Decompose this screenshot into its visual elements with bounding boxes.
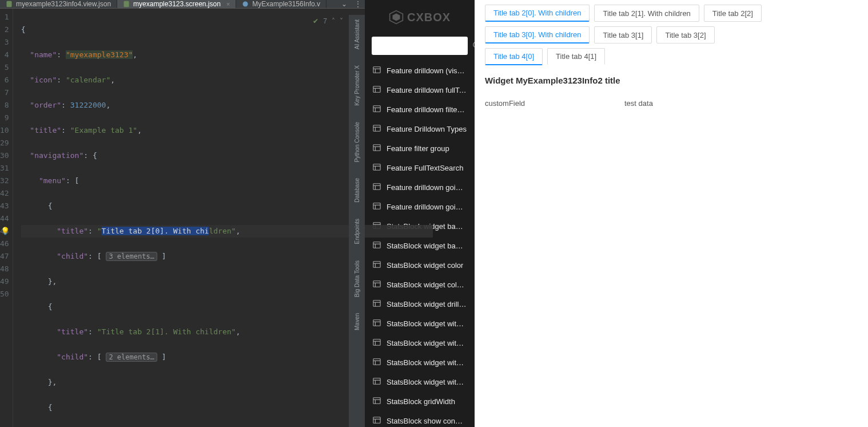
tab-level4-0[interactable]: Title tab 4[0] [485, 48, 543, 65]
editor-gutter: 1 2 3 4 5 6 7 8 9 10 29 30 31 32 42 43 4… [0, 9, 13, 427]
tab-label: Title tab 2[1]. With children [603, 9, 690, 18]
rail-maven[interactable]: Maven [354, 313, 360, 330]
editor-tab-label: myexample3123info4.view.json [16, 0, 111, 8]
tab-level3-1[interactable]: Title tab 3[1] [594, 26, 652, 44]
rail-ai-assistant[interactable]: AI Assistant [354, 19, 360, 49]
editor-tab-2[interactable]: MyExample3156Info.v [236, 0, 327, 8]
tab-label: Title tab 4[0] [493, 52, 534, 61]
tab-label: Title tab 3[1] [603, 31, 643, 39]
rail-endpoints[interactable]: Endpoints [354, 219, 360, 244]
tab-level2-2[interactable]: Title tab 2[2] [704, 5, 762, 22]
tab-level3-0[interactable]: Title tab 3[0]. With children [485, 26, 590, 44]
tabs-more-icon[interactable]: ⋮ [351, 0, 365, 8]
tab-level2-0[interactable]: Title tab 2[0]. With children [485, 5, 590, 22]
info-field-row: customField test data [485, 99, 858, 108]
tab-level4-1[interactable]: Title tab 4[1] [547, 48, 605, 65]
rail-database[interactable]: Database [354, 178, 360, 203]
bulb-icon[interactable]: 💡 [1, 225, 9, 238]
tabs-dropdown-icon[interactable]: ⌄ [337, 0, 351, 8]
editor-tab-1[interactable]: myexample3123.screen.json × [117, 0, 236, 8]
rail-key-promoter[interactable]: Key Promoter X [354, 65, 360, 106]
json-file-icon [6, 1, 13, 7]
code-body[interactable]: { "name": "myexample3123", "icon": "cale… [13, 9, 433, 427]
widget-title: Widget MyExample3123Info2 title [485, 76, 858, 85]
app-main: Title tab 2[0]. With childrenTitle tab 2… [475, 0, 868, 427]
tab-level3-2[interactable]: Title tab 3[2] [656, 26, 714, 44]
editor-tab-0[interactable]: myexample3123info4.view.json [0, 0, 117, 8]
ide-right-rail: AI Assistant Key Promoter X Python Conso… [349, 15, 365, 427]
tab-label: Title tab 2[0]. With children [493, 9, 581, 17]
svg-rect-1 [124, 1, 129, 7]
tabs-level-3: Title tab 3[0]. With childrenTitle tab 3… [485, 26, 858, 44]
ide-pane: myexample3123info4.view.json myexample31… [0, 0, 365, 427]
tab-level2-1[interactable]: Title tab 2[1]. With children [594, 5, 699, 22]
json-file-icon [123, 1, 130, 7]
code-editor[interactable]: 1 2 3 4 5 6 7 8 9 10 29 30 31 32 42 43 4… [0, 9, 365, 427]
editor-tab-label: MyExample3156Info.v [252, 0, 320, 8]
tab-label: Title tab 4[1] [556, 52, 596, 61]
svg-rect-0 [7, 1, 12, 7]
editor-tab-label: myexample3123.screen.json [133, 0, 221, 8]
tab-label: Title tab 2[2] [712, 9, 753, 18]
java-file-icon [242, 1, 249, 7]
tab-label: Title tab 3[2] [665, 31, 706, 39]
editor-tabs: myexample3123info4.view.json myexample31… [0, 0, 365, 9]
tabs-level-4: Title tab 4[0]Title tab 4[1] [485, 48, 858, 65]
field-label: customField [485, 99, 624, 108]
close-icon[interactable]: × [226, 1, 230, 7]
rail-big-data-tools[interactable]: Big Data Tools [354, 260, 360, 297]
rail-python-console[interactable]: Python Console [354, 122, 360, 163]
tabs-level-2: Title tab 2[0]. With childrenTitle tab 2… [485, 5, 858, 22]
tab-label: Title tab 3[0]. With children [493, 30, 581, 39]
field-value: test data [624, 99, 653, 108]
svg-point-2 [243, 2, 248, 7]
